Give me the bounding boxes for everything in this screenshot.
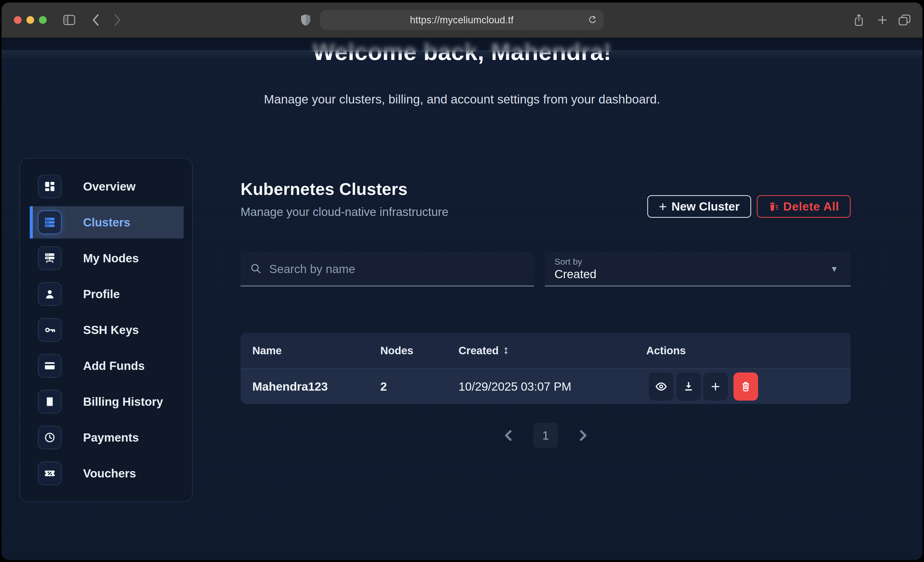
sidebar-item-label: Clusters bbox=[83, 215, 130, 229]
sidebar-item-label: Billing History bbox=[83, 395, 163, 408]
nodes-icon bbox=[38, 247, 62, 270]
eye-icon bbox=[655, 381, 667, 392]
search-icon bbox=[250, 263, 262, 275]
sidebar-item-add-funds[interactable]: Add Funds bbox=[20, 348, 192, 384]
clusters-icon bbox=[38, 211, 62, 234]
sort-direction-icon bbox=[502, 346, 510, 355]
sidebar-item-label: Profile bbox=[83, 287, 120, 301]
column-created[interactable]: Created bbox=[459, 345, 510, 357]
page-content: Welcome back, Mahendra! Welcome back, Ma… bbox=[2, 38, 922, 560]
next-page-button[interactable] bbox=[578, 430, 588, 441]
sidebar-item-label: Overview bbox=[83, 179, 136, 193]
delete-all-button[interactable]: Delete All bbox=[757, 195, 850, 218]
download-icon bbox=[682, 381, 694, 392]
sidebar-item-label: Payments bbox=[83, 430, 139, 444]
plus-icon: + bbox=[711, 379, 720, 394]
ssh-keys-icon bbox=[38, 318, 62, 342]
column-actions: Actions bbox=[646, 345, 686, 357]
new-tab-icon[interactable] bbox=[876, 14, 888, 26]
sidebar-item-my-nodes[interactable]: My Nodes bbox=[20, 240, 192, 276]
pagination: 1 bbox=[240, 423, 850, 448]
privacy-shield-icon[interactable] bbox=[301, 14, 311, 26]
cluster-nodes: 2 bbox=[380, 380, 387, 393]
chevron-right-icon bbox=[578, 430, 588, 441]
vouchers-icon bbox=[38, 462, 62, 485]
sidebar-item-overview[interactable]: Overview bbox=[20, 169, 192, 205]
new-cluster-button[interactable]: + New Cluster bbox=[647, 195, 751, 218]
view-cluster-button[interactable] bbox=[649, 372, 674, 401]
chevron-down-icon: ▼ bbox=[830, 264, 838, 274]
welcome-subtitle: Manage your clusters, billing, and accou… bbox=[2, 92, 922, 106]
sidebar-item-label: My Nodes bbox=[83, 251, 139, 265]
previous-page-button[interactable] bbox=[503, 430, 513, 441]
search-field[interactable] bbox=[240, 252, 534, 286]
delete-cluster-button[interactable] bbox=[734, 372, 758, 401]
column-name: Name bbox=[252, 345, 282, 357]
page-subtitle: Manage your cloud-native infrastructure bbox=[240, 205, 448, 219]
download-kubeconfig-button[interactable] bbox=[676, 372, 701, 401]
minimize-window-button[interactable] bbox=[26, 16, 34, 24]
url-text: https://myceliumcloud.tf bbox=[410, 15, 513, 25]
browser-toolbar: https://myceliumcloud.tf bbox=[2, 3, 922, 38]
column-nodes: Nodes bbox=[380, 345, 413, 357]
forward-icon[interactable] bbox=[114, 14, 121, 26]
sidebar-item-billing-history[interactable]: Billing History bbox=[20, 384, 192, 420]
reload-icon[interactable] bbox=[588, 15, 598, 25]
cluster-created: 10/29/2025 03:07 PM bbox=[459, 380, 572, 393]
address-bar[interactable]: https://myceliumcloud.tf bbox=[320, 10, 603, 30]
table-header: Name Nodes Created Actions bbox=[240, 333, 850, 368]
sidebar-item-label: Add Funds bbox=[83, 359, 145, 373]
sort-label: Sort by bbox=[555, 257, 582, 267]
sidebar-item-profile[interactable]: Profile bbox=[20, 276, 192, 312]
overview-icon bbox=[38, 175, 62, 198]
chevron-left-icon bbox=[503, 430, 513, 441]
dashboard-sidebar: Overview bbox=[20, 158, 193, 502]
add-node-button[interactable]: + bbox=[703, 372, 728, 401]
sort-selected-value: Created bbox=[555, 267, 597, 281]
profile-icon bbox=[38, 282, 62, 306]
page-number[interactable]: 1 bbox=[533, 423, 558, 448]
zoom-window-button[interactable] bbox=[39, 16, 46, 24]
back-icon[interactable] bbox=[92, 14, 99, 26]
sidebar-item-vouchers[interactable]: Vouchers bbox=[20, 456, 192, 491]
close-window-button[interactable] bbox=[14, 16, 21, 24]
sort-dropdown[interactable]: Sort by Created ▼ bbox=[545, 252, 850, 286]
page-title: Kubernetes Clusters bbox=[240, 179, 448, 199]
sidebar-item-payments[interactable]: Payments bbox=[20, 420, 192, 456]
share-icon[interactable] bbox=[853, 13, 865, 27]
traffic-lights bbox=[14, 16, 46, 24]
billing-history-icon bbox=[38, 390, 62, 413]
sidebar-item-label: SSH Keys bbox=[83, 323, 139, 337]
tab-overview-icon[interactable] bbox=[898, 14, 911, 26]
add-funds-icon bbox=[38, 354, 62, 378]
sidebar-item-ssh-keys[interactable]: SSH Keys bbox=[20, 312, 192, 348]
main-header: Kubernetes Clusters Manage your cloud-na… bbox=[240, 179, 850, 219]
plus-icon: + bbox=[659, 200, 667, 214]
payments-icon bbox=[38, 426, 62, 449]
table-row: Mahendra123 2 10/29/2025 03:07 PM bbox=[240, 368, 850, 404]
trash-icon bbox=[768, 201, 779, 212]
sidebar-item-label: Vouchers bbox=[83, 466, 136, 480]
cluster-name: Mahendra123 bbox=[252, 380, 328, 393]
search-input[interactable] bbox=[240, 252, 534, 285]
trash-icon bbox=[740, 381, 752, 392]
clusters-table: Name Nodes Created Actions Mahendra123 2 bbox=[240, 333, 850, 404]
list-controls: Sort by Created ▼ bbox=[240, 252, 850, 286]
sidebar-toggle-icon[interactable] bbox=[63, 15, 75, 25]
welcome-title: Welcome back, Mahendra! bbox=[2, 39, 922, 65]
browser-window: https://myceliumcloud.tf bbox=[2, 3, 922, 560]
sidebar-item-clusters[interactable]: Clusters bbox=[20, 205, 192, 240]
